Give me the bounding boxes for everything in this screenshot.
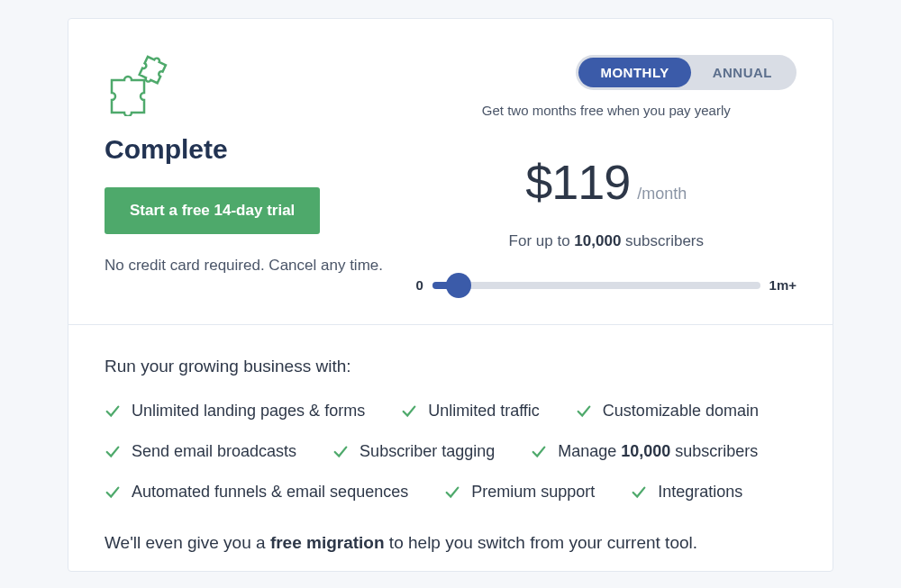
feature-item: Unlimited traffic xyxy=(401,402,540,421)
feature-label: Send email broadcasts xyxy=(132,442,296,461)
check-icon xyxy=(105,484,121,501)
features-intro: Run your growing business with: xyxy=(105,357,796,376)
price-amount: $119 xyxy=(525,154,630,210)
check-icon xyxy=(105,444,121,460)
features-list: Unlimited landing pages & forms Unlimite… xyxy=(105,402,796,502)
slider-max-label: 1m+ xyxy=(769,277,796,293)
start-trial-button[interactable]: Start a free 14-day trial xyxy=(105,187,320,234)
feature-label: Automated funnels & email sequences xyxy=(132,483,408,502)
subs-pre: For up to xyxy=(509,232,575,249)
feature-item: Customizable domain xyxy=(576,402,759,421)
feature-item: Integrations xyxy=(631,483,742,502)
slider-handle[interactable] xyxy=(446,273,471,298)
puzzle-icon xyxy=(105,55,172,116)
pricing-card: Complete Start a free 14-day trial No cr… xyxy=(68,18,833,572)
feature-item: Automated funnels & email sequences xyxy=(105,483,408,502)
feature-label: Customizable domain xyxy=(603,402,759,421)
pricing-top-section: Complete Start a free 14-day trial No cr… xyxy=(68,19,833,325)
price-period: /month xyxy=(637,185,687,204)
plan-title: Complete xyxy=(105,134,416,165)
feature-label: Integrations xyxy=(658,483,742,502)
subs-post: subscribers xyxy=(621,232,704,249)
check-icon xyxy=(531,444,547,460)
feature-item: Send email broadcasts xyxy=(105,442,296,461)
annual-promo-text: Get two months free when you pay yearly xyxy=(416,103,796,118)
subscriber-slider[interactable] xyxy=(432,282,760,289)
feature-item: Unlimited landing pages & forms xyxy=(105,402,365,421)
billing-toggle: MONTHLY ANNUAL xyxy=(576,55,796,90)
check-icon xyxy=(444,484,460,501)
pricing-controls: MONTHLY ANNUAL Get two months free when … xyxy=(416,55,796,293)
feature-label: Manage 10,000 subscribers xyxy=(558,442,758,461)
slider-min-label: 0 xyxy=(416,277,423,293)
feature-label: Unlimited traffic xyxy=(428,402,540,421)
subs-count: 10,000 xyxy=(574,232,621,249)
check-icon xyxy=(401,403,417,420)
subscriber-slider-row: 0 1m+ xyxy=(416,277,796,293)
check-icon xyxy=(576,403,592,420)
features-section: Run your growing business with: Unlimite… xyxy=(68,325,833,571)
annual-toggle[interactable]: ANNUAL xyxy=(691,58,794,87)
feature-item: Manage 10,000 subscribers xyxy=(531,442,758,461)
feature-label: Premium support xyxy=(471,483,595,502)
plan-summary: Complete Start a free 14-day trial No cr… xyxy=(105,55,416,293)
monthly-toggle[interactable]: MONTHLY xyxy=(578,58,690,87)
check-icon xyxy=(631,484,647,501)
price-display: $119 /month xyxy=(525,154,687,210)
subscriber-limit-text: For up to 10,000 subscribers xyxy=(509,232,704,250)
feature-label: Unlimited landing pages & forms xyxy=(132,402,365,421)
migration-text: We'll even give you a free migration to … xyxy=(105,533,796,553)
check-icon xyxy=(332,444,349,460)
no-cc-text: No credit card required. Cancel any time… xyxy=(105,257,416,275)
feature-label: Subscriber tagging xyxy=(359,442,495,461)
feature-item: Subscriber tagging xyxy=(332,442,495,461)
feature-item: Premium support xyxy=(444,483,595,502)
check-icon xyxy=(105,403,121,420)
